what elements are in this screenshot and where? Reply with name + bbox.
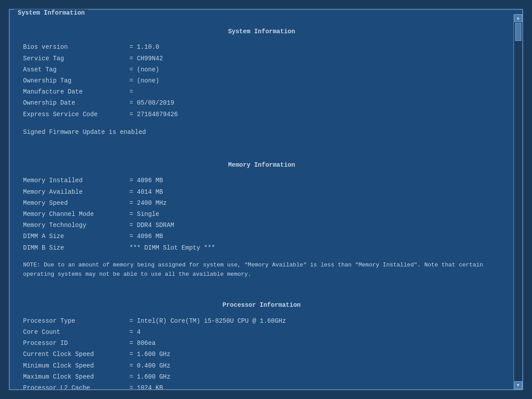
row-value: = 1.10.0 [129, 42, 159, 53]
row-label: Ownership Tag [23, 75, 129, 86]
scroll-down-button[interactable]: ▼ [514, 381, 522, 389]
table-row: Current Clock Speed= 1.600 GHz [23, 349, 500, 360]
scroll-up-button[interactable]: ▲ [514, 14, 522, 22]
table-row: Processor ID= 806ea [23, 338, 500, 349]
memory-note: NOTE: Due to an amount of memory being a… [23, 261, 500, 279]
row-label: Memory Available [23, 187, 129, 198]
system-info-table: Bios version= 1.10.0Service Tag= CH99N42… [23, 42, 500, 120]
row-label: Current Clock Speed [23, 349, 129, 360]
row-value: *** DIMM Slot Empty *** [129, 243, 215, 254]
table-row: Memory Technology= DDR4 SDRAM [23, 220, 500, 231]
row-value: = 4096 MB [129, 175, 163, 186]
table-row: Minimum Clock Speed= 0.400 GHz [23, 360, 500, 372]
row-label: Processor ID [23, 338, 129, 349]
row-value: = 4096 MB [129, 231, 163, 242]
table-row: Manufacture Date= [23, 86, 500, 98]
table-row: DIMM B Size*** DIMM Slot Empty *** [23, 243, 500, 254]
row-label: Asset Tag [23, 64, 129, 75]
table-row: Bios version= 1.10.0 [23, 42, 500, 53]
row-label: Service Tag [23, 53, 129, 64]
row-value: = 1.600 GHz [129, 372, 170, 383]
row-label: Express Service Code [23, 109, 129, 120]
table-row: Maximum Clock Speed= 1.600 GHz [23, 372, 500, 383]
table-row: Processor Type= Intel(R) Core(TM) i5-825… [23, 316, 500, 327]
row-value: = CH99N42 [129, 53, 163, 64]
row-value: = DDR4 SDRAM [129, 220, 174, 231]
row-label: Minimum Clock Speed [23, 360, 129, 372]
table-row: Asset Tag= (none) [23, 64, 500, 75]
table-row: Memory Available= 4014 MB [23, 187, 500, 198]
processor-info-table: Processor Type= Intel(R) Core(TM) i5-825… [23, 316, 500, 389]
scrollbar: ▲ ▼ [513, 14, 522, 389]
row-value: = 806ea [129, 338, 156, 349]
row-value: = [129, 86, 133, 98]
processor-info-title: Processor Information [23, 300, 500, 310]
row-value: = 2400 MHz [129, 198, 167, 209]
table-row: Memory Channel Mode= Single [23, 209, 500, 220]
scroll-track[interactable] [514, 22, 522, 381]
row-value: = 4014 MB [129, 187, 163, 198]
row-label: Memory Speed [23, 198, 129, 209]
row-value: = 0.400 GHz [129, 360, 170, 372]
row-value: = (none) [129, 64, 159, 75]
row-value: = (none) [129, 75, 159, 86]
table-row: DIMM A Size= 4096 MB [23, 231, 500, 242]
table-row: Processor L2 Cache= 1024 KB [23, 383, 500, 389]
table-row: Ownership Date= 05/08/2019 [23, 98, 500, 109]
row-label: Processor L2 Cache [23, 383, 129, 389]
row-value: = 4 [129, 327, 141, 338]
scroll-thumb[interactable] [515, 23, 521, 41]
row-label: Core Count [23, 327, 129, 338]
table-row: Ownership Tag= (none) [23, 75, 500, 86]
memory-info-title: Memory Information [23, 160, 500, 170]
scroll-down-icon: ▼ [516, 383, 519, 388]
table-row: Service Tag= CH99N42 [23, 53, 500, 64]
table-row: Memory Installed= 4096 MB [23, 175, 500, 186]
row-label: Bios version [23, 42, 129, 53]
row-value: = 27164879426 [129, 109, 178, 120]
system-info-window: System Information System Information Bi… [9, 9, 523, 390]
row-value: = Intel(R) Core(TM) i5-8250U CPU @ 1.60G… [129, 316, 286, 327]
row-label: Processor Type [23, 316, 129, 327]
row-value: = 1.600 GHz [129, 349, 170, 360]
row-label: Manufacture Date [23, 86, 129, 98]
content-area: System Information Bios version= 1.10.0S… [10, 14, 522, 389]
row-value: = 1024 KB [129, 383, 163, 389]
row-label: Memory Technology [23, 220, 129, 231]
signed-firmware-text: Signed Firmware Update is enabled [23, 127, 500, 137]
row-label: DIMM A Size [23, 231, 129, 242]
row-label: Memory Channel Mode [23, 209, 129, 220]
row-label: Memory Installed [23, 175, 129, 186]
row-label: Maximum Clock Speed [23, 372, 129, 383]
table-row: Express Service Code= 27164879426 [23, 109, 500, 120]
main-content: System Information Bios version= 1.10.0S… [10, 14, 513, 389]
row-label: Ownership Date [23, 98, 129, 109]
system-info-title: System Information [23, 27, 500, 36]
row-label: DIMM B Size [23, 243, 129, 254]
table-row: Memory Speed= 2400 MHz [23, 198, 500, 209]
memory-info-table: Memory Installed= 4096 MBMemory Availabl… [23, 175, 500, 253]
scroll-up-icon: ▲ [516, 16, 519, 21]
row-value: = Single [129, 209, 159, 220]
row-value: = 05/08/2019 [129, 98, 174, 109]
table-row: Core Count= 4 [23, 327, 500, 338]
window-title: System Information [14, 9, 88, 16]
